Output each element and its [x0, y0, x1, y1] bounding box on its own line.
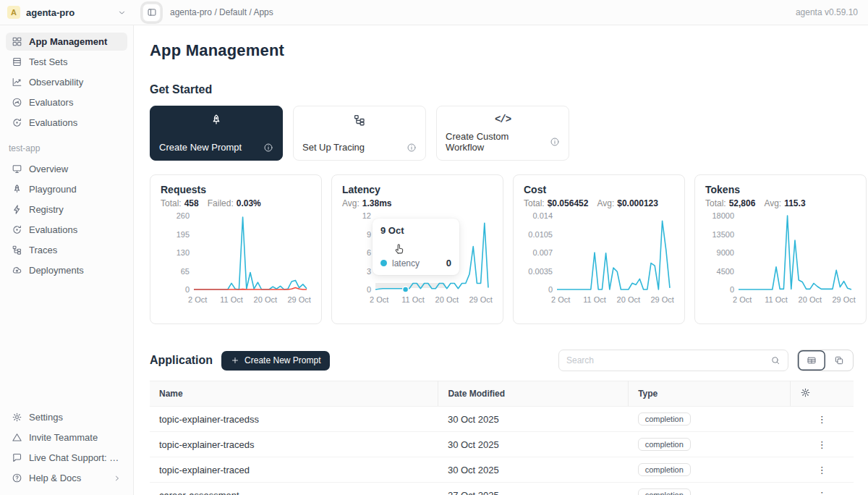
- sidebar-item-test-sets[interactable]: Test Sets: [6, 53, 127, 71]
- get-started-title: Get Started: [150, 83, 854, 96]
- column-header-date-modified[interactable]: Date Modified: [438, 381, 629, 407]
- app-date-modified: 30 Oct 2025: [438, 432, 629, 457]
- version-label: agenta v0.59.10: [796, 7, 858, 17]
- app-date-modified: 30 Oct 2025: [438, 457, 629, 483]
- sidebar-bottom-nav: SettingsInvite TeammateLive Chat Support…: [6, 408, 127, 489]
- svg-text:0: 0: [367, 285, 371, 294]
- svg-text:2 Oct: 2 Oct: [370, 295, 388, 304]
- main-content: App Management Get Started Create New Pr…: [134, 25, 868, 495]
- tree-icon: [302, 114, 417, 127]
- app-type-badge: completion: [638, 412, 691, 426]
- chart-stats: Total:458Failed:0.03%: [161, 198, 311, 208]
- series-dot: [380, 260, 387, 266]
- monitor-icon: [12, 164, 22, 174]
- chart-card-tokens[interactable]: TokensTotal:52,806Avg:115.30450090001350…: [694, 174, 867, 324]
- table-row-topic-explainer-tracedss[interactable]: topic-explainer-tracedss30 Oct 2025compl…: [150, 407, 854, 432]
- chart-plot: 0651301952602 Oct11 Oct20 Oct29 Oct: [161, 210, 311, 307]
- chart-card-requests[interactable]: RequestsTotal:458Failed:0.03%06513019526…: [150, 174, 322, 324]
- sidebar-item-observability[interactable]: Observability: [6, 73, 127, 91]
- svg-text:20 Oct: 20 Oct: [435, 295, 459, 304]
- kebab-menu-icon[interactable]: ⋮: [790, 483, 854, 495]
- svg-text:195: 195: [176, 230, 190, 239]
- table-view-icon: [807, 355, 817, 365]
- sidebar-item-deployments[interactable]: Deployments: [6, 261, 127, 279]
- info-icon: [407, 143, 417, 153]
- quick-action-create-new-prompt[interactable]: Create New Prompt: [150, 106, 283, 161]
- create-new-prompt-button[interactable]: Create New Prompt: [221, 351, 330, 371]
- kebab-menu-icon[interactable]: ⋮: [790, 407, 854, 432]
- sidebar-item-app-management[interactable]: App Management: [6, 33, 127, 51]
- sidebar-app-section-label: test-app: [6, 134, 127, 160]
- search-input[interactable]: [566, 355, 770, 365]
- applications-table: Name Date Modified Type topic-explainer-…: [150, 381, 854, 495]
- refresh-icon: [12, 117, 22, 128]
- gear-icon: [12, 412, 22, 423]
- gear-icon[interactable]: [800, 387, 811, 398]
- column-header-name[interactable]: Name: [150, 381, 438, 407]
- app-name: topic-explainer-traced: [150, 457, 438, 483]
- search-icon[interactable]: [770, 355, 780, 365]
- get-started-cards: Create New PromptSet Up Tracing</>Create…: [150, 106, 854, 161]
- svg-text:11 Oct: 11 Oct: [220, 295, 243, 304]
- table-row-topic-explainer-traced[interactable]: topic-explainer-traced30 Oct 2025complet…: [150, 457, 854, 483]
- sidebar-item-live-chat-support-off[interactable]: Live Chat Support: Off: [6, 449, 127, 467]
- svg-text:0: 0: [730, 285, 734, 294]
- svg-text:9000: 9000: [717, 248, 734, 257]
- sidebar-item-traces[interactable]: Traces: [6, 241, 127, 259]
- panel-toggle-icon: [147, 7, 157, 17]
- view-toggle: [797, 350, 854, 371]
- chart-plot: 00.00350.0070.01050.0142 Oct11 Oct20 Oct…: [524, 210, 674, 307]
- svg-text:65: 65: [181, 267, 190, 276]
- sidebar-app-nav: OverviewPlaygroundRegistryEvaluationsTra…: [6, 160, 127, 282]
- sidebar-item-help-docs[interactable]: Help & Docs: [6, 469, 127, 487]
- sidebar-item-evaluations[interactable]: Evaluations: [6, 114, 127, 132]
- svg-text:11 Oct: 11 Oct: [583, 295, 606, 304]
- table-view-button[interactable]: [798, 350, 825, 371]
- plus-icon: [231, 356, 239, 365]
- workspace-avatar: A: [7, 6, 20, 19]
- table-icon: [12, 56, 22, 67]
- card-view-icon: [834, 355, 844, 365]
- svg-text:4500: 4500: [717, 267, 734, 276]
- cloud-icon: [12, 265, 22, 276]
- sidebar-item-evaluations[interactable]: Evaluations: [6, 221, 127, 239]
- quick-action-create-custom-workflow[interactable]: </>Create Custom Workflow: [436, 106, 569, 161]
- rocket-icon: [12, 184, 22, 195]
- sidebar-item-invite-teammate[interactable]: Invite Teammate: [6, 428, 127, 447]
- sidebar-item-overview[interactable]: Overview: [6, 160, 127, 178]
- svg-text:0.0105: 0.0105: [528, 230, 553, 239]
- kebab-menu-icon[interactable]: ⋮: [790, 432, 854, 457]
- sidebar-item-registry[interactable]: Registry: [6, 200, 127, 219]
- app-name: topic-explainer-traceds: [150, 432, 438, 457]
- svg-text:11 Oct: 11 Oct: [765, 295, 788, 304]
- svg-text:29 Oct: 29 Oct: [832, 295, 855, 304]
- kebab-menu-icon[interactable]: ⋮: [790, 457, 854, 483]
- table-row-career-assessment[interactable]: career-assessment27 Oct 2025completion⋮: [150, 483, 854, 495]
- triangle-icon: [12, 432, 22, 443]
- sidebar-main-nav: App ManagementTest SetsObservabilityEval…: [6, 33, 127, 134]
- svg-text:20 Oct: 20 Oct: [254, 295, 277, 304]
- app-type-badge: completion: [638, 438, 691, 451]
- svg-text:2 Oct: 2 Oct: [188, 295, 207, 304]
- workspace-selector[interactable]: A agenta-pro: [0, 6, 134, 19]
- code-icon: </>: [446, 114, 560, 125]
- tree-icon: [12, 245, 22, 255]
- table-row-topic-explainer-traceds[interactable]: topic-explainer-traceds30 Oct 2025comple…: [150, 432, 854, 457]
- chart-card-cost[interactable]: CostTotal:$0.056452Avg:$0.00012300.00350…: [513, 174, 685, 324]
- application-title: Application: [150, 354, 213, 367]
- quick-action-set-up-tracing[interactable]: Set Up Tracing: [293, 106, 426, 161]
- svg-text:20 Oct: 20 Oct: [617, 295, 640, 304]
- sidebar-item-settings[interactable]: Settings: [6, 408, 127, 426]
- chart-card-latency[interactable]: LatencyAvg:1.38ms0369122 Oct11 Oct20 Oct…: [331, 174, 503, 324]
- svg-text:0.014: 0.014: [532, 211, 553, 220]
- svg-text:18000: 18000: [712, 211, 734, 220]
- svg-text:13500: 13500: [712, 230, 734, 239]
- sidebar-item-playground[interactable]: Playground: [6, 180, 127, 198]
- card-view-button[interactable]: [825, 350, 853, 371]
- breadcrumb[interactable]: agenta-pro / Default / Apps: [170, 7, 273, 17]
- svg-text:29 Oct: 29 Oct: [469, 295, 492, 304]
- page-title: App Management: [150, 41, 854, 60]
- sidebar-toggle-button[interactable]: [142, 4, 161, 22]
- sidebar-item-evaluators[interactable]: Evaluators: [6, 93, 127, 111]
- column-header-type[interactable]: Type: [629, 381, 791, 407]
